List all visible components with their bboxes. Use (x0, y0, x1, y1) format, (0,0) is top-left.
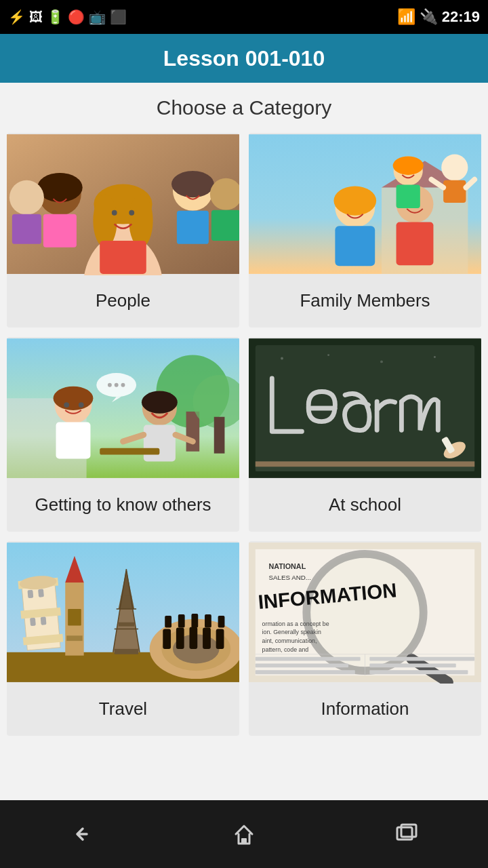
battery-full-icon: ⬛ (110, 9, 127, 25)
screen-icon: 📺 (89, 9, 106, 25)
svg-rect-43 (56, 422, 91, 459)
svg-text:ormation as a concept be: ormation as a concept be (262, 620, 329, 627)
svg-point-31 (441, 155, 468, 181)
svg-rect-118 (256, 657, 361, 661)
svg-rect-80 (115, 649, 138, 654)
family-label: Family Members (249, 275, 481, 328)
svg-rect-39 (214, 417, 225, 454)
main-content: Choose a Category (0, 83, 488, 800)
svg-point-11 (37, 173, 83, 202)
svg-rect-27 (396, 222, 434, 265)
nav-bar (0, 800, 488, 868)
svg-point-42 (54, 387, 94, 410)
svg-point-5 (93, 194, 117, 247)
category-card-getting[interactable]: Getting to know others (7, 337, 239, 532)
back-button[interactable] (54, 814, 108, 854)
svg-rect-19 (211, 210, 239, 241)
svg-point-6 (129, 194, 152, 247)
info-label: Information (249, 684, 481, 736)
svg-rect-97 (191, 614, 198, 628)
getting-image (7, 337, 239, 479)
time-display: 22:19 (442, 8, 480, 26)
svg-point-65 (380, 360, 383, 363)
svg-rect-120 (256, 670, 355, 674)
svg-rect-95 (165, 616, 171, 628)
category-card-school[interactable]: At school (249, 337, 481, 532)
svg-point-24 (333, 186, 376, 216)
image-icon: 🖼 (29, 9, 43, 25)
svg-rect-75 (38, 589, 44, 597)
usb-icon: ⚡ (8, 9, 25, 25)
getting-svg-image (7, 337, 239, 479)
svg-point-63 (281, 357, 283, 360)
svg-point-56 (121, 383, 125, 387)
svg-rect-94 (216, 629, 224, 649)
category-card-travel[interactable]: Travel (7, 541, 239, 736)
people-label: People (7, 275, 239, 328)
back-icon (68, 821, 95, 848)
page-title: Lesson 001-010 (163, 46, 325, 71)
svg-rect-74 (27, 590, 33, 598)
svg-rect-60 (256, 461, 474, 467)
svg-rect-15 (177, 211, 209, 244)
app-header: Lesson 001-010 (0, 34, 488, 83)
category-card-info[interactable]: NATIONAL SALES AND... INFORMATION ormati… (249, 541, 481, 736)
people-svg-image (7, 133, 239, 275)
svg-rect-91 (176, 628, 184, 649)
svg-rect-37 (186, 412, 200, 452)
svg-rect-90 (163, 629, 171, 649)
category-card-people[interactable]: People (7, 133, 239, 328)
info-svg-image: NATIONAL SALES AND... INFORMATION ormati… (249, 541, 481, 684)
svg-rect-17 (12, 214, 41, 244)
svg-point-66 (434, 356, 436, 358)
svg-point-16 (9, 180, 44, 215)
svg-rect-99 (218, 616, 225, 628)
svg-text:pattern, code and: pattern, code and (262, 646, 309, 653)
travel-image (7, 541, 239, 684)
svg-point-55 (115, 383, 119, 387)
svg-point-44 (64, 402, 69, 408)
svg-rect-9 (100, 241, 146, 274)
svg-point-14 (171, 171, 214, 197)
people-image (7, 133, 239, 275)
school-image (249, 337, 481, 479)
family-svg-image (249, 133, 481, 275)
svg-rect-51 (100, 448, 159, 455)
svg-rect-81 (119, 623, 135, 627)
circle-icon: 🔴 (68, 9, 85, 25)
svg-rect-93 (203, 628, 211, 649)
category-grid: People (7, 133, 481, 736)
status-bar: ⚡ 🖼 🔋 🔴 📺 ⬛ 📶 🔌 22:19 (0, 0, 488, 34)
category-subtitle: Choose a Category (157, 96, 332, 119)
svg-point-8 (129, 210, 134, 216)
svg-rect-32 (443, 180, 466, 203)
svg-rect-77 (41, 616, 47, 625)
status-icons-left: ⚡ 🖼 🔋 🔴 📺 ⬛ (8, 9, 127, 25)
svg-text:aint, communication,: aint, communication, (262, 637, 317, 644)
svg-rect-103 (66, 635, 83, 641)
svg-rect-124 (241, 838, 247, 844)
status-icons-right: 📶 🔌 22:19 (397, 8, 480, 26)
svg-rect-119 (256, 663, 348, 667)
svg-text:SALES AND...: SALES AND... (268, 574, 311, 581)
svg-rect-98 (205, 614, 211, 628)
svg-point-47 (142, 391, 178, 414)
recents-button[interactable] (380, 814, 434, 854)
svg-point-64 (327, 354, 329, 356)
category-card-family[interactable]: Family Members (249, 133, 481, 328)
svg-rect-48 (144, 425, 176, 462)
battery-icon: 🔋 (47, 9, 64, 25)
svg-point-54 (108, 383, 112, 387)
svg-rect-76 (30, 618, 36, 626)
svg-rect-12 (43, 214, 77, 248)
svg-rect-92 (190, 627, 198, 649)
home-button[interactable] (217, 814, 271, 854)
svg-point-45 (79, 402, 84, 408)
svg-rect-30 (396, 185, 420, 208)
svg-rect-58 (256, 345, 474, 471)
svg-rect-96 (178, 614, 185, 628)
svg-point-29 (393, 156, 424, 174)
school-label: At school (249, 479, 481, 532)
svg-text:NATIONAL: NATIONAL (268, 562, 306, 570)
svg-text:ion. Generally speakin: ion. Generally speakin (262, 629, 321, 635)
